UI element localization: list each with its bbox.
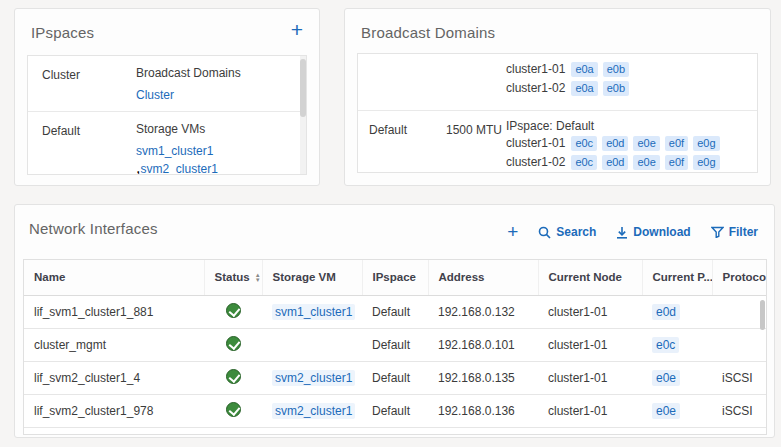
- port-badge[interactable]: e0g: [693, 155, 719, 170]
- table-row[interactable]: lif_svm1_cluster1_881 svm1_cluster1 Defa…: [24, 295, 767, 328]
- port-badge[interactable]: e0a: [571, 62, 597, 77]
- cell-status: [204, 295, 262, 328]
- broadcast-domains-list: cluster1-01e0ae0b cluster1-02e0ae0b Defa…: [357, 53, 758, 173]
- cell-address: 192.168.0.136: [428, 394, 538, 427]
- network-interfaces-title: Network Interfaces: [29, 220, 158, 237]
- cell-name: lif_svm2_cluster1_978: [24, 394, 204, 427]
- col-header-address: Address: [428, 260, 538, 295]
- broadcast-domain-row[interactable]: cluster1-01e0ae0b cluster1-02e0ae0b: [358, 54, 757, 110]
- ipspace-field-label: Storage VMs: [136, 122, 292, 136]
- storage-vm-link[interactable]: svm2_cluster1: [272, 370, 355, 386]
- port-badge[interactable]: e0f: [665, 136, 688, 151]
- search-label: Search: [556, 225, 596, 239]
- search-button[interactable]: Search: [538, 225, 596, 239]
- cell-protocols: [712, 295, 767, 328]
- cell-current-node: cluster1-01: [538, 361, 642, 394]
- port-badge[interactable]: e0d: [602, 136, 628, 151]
- node-label: cluster1-01: [506, 136, 565, 150]
- cell-current-node: cluster1-01: [538, 394, 642, 427]
- cell-status: [204, 361, 262, 394]
- port-badge[interactable]: e0c: [571, 136, 597, 151]
- table-header-row: Name Status▲▼ Storage VM IPspace Address…: [24, 260, 767, 295]
- cell-status: [204, 394, 262, 427]
- cell-ipspace: Default: [362, 295, 428, 328]
- port-link[interactable]: e0c: [652, 337, 679, 353]
- cell-storage-vm: [262, 328, 362, 361]
- broadcast-domain-link[interactable]: Cluster: [136, 88, 174, 102]
- cell-ipspace: Default: [362, 328, 428, 361]
- col-header-current-node: Current Node: [538, 260, 642, 295]
- bd-ipspace-label: IPspace: Default: [506, 119, 757, 133]
- cell-protocols: [712, 328, 767, 361]
- cell-current-node: cluster1-01: [538, 295, 642, 328]
- cell-storage-vm: svm1_cluster1: [262, 295, 362, 328]
- port-badge[interactable]: e0c: [571, 155, 597, 170]
- cell-address: 192.168.0.132: [428, 295, 538, 328]
- col-header-status[interactable]: Status▲▼: [204, 260, 262, 295]
- ipspaces-title: IPspaces: [31, 24, 94, 41]
- port-badge[interactable]: e0e: [633, 136, 659, 151]
- sort-icon[interactable]: ▲▼: [255, 273, 261, 283]
- cell-protocols: iSCSI: [712, 361, 767, 394]
- ipspaces-list: Cluster Broadcast Domains Cluster Defaul…: [27, 55, 307, 175]
- port-badge[interactable]: e0f: [665, 155, 688, 170]
- port-link[interactable]: e0e: [652, 370, 680, 386]
- port-badge[interactable]: e0b: [603, 62, 629, 77]
- ipspace-row-cluster[interactable]: Cluster Broadcast Domains Cluster: [28, 56, 306, 111]
- storage-vm-link[interactable]: svm2_cluster1: [140, 162, 217, 175]
- cell-name: cluster_mgmt: [24, 328, 204, 361]
- add-interface-button[interactable]: +: [507, 223, 518, 241]
- broadcast-domains-title: Broadcast Domains: [361, 24, 495, 41]
- port-badge[interactable]: e0a: [571, 81, 597, 96]
- ipspaces-scrollbar[interactable]: [300, 56, 306, 174]
- search-icon: [538, 226, 551, 239]
- node-label: cluster1-02: [506, 81, 565, 95]
- cell-current-port: e0c: [642, 328, 712, 361]
- bd-mtu: 1500 MTU: [446, 123, 502, 137]
- port-link[interactable]: e0e: [652, 403, 680, 419]
- cell-current-port: e0e: [642, 361, 712, 394]
- port-badge[interactable]: e0g: [693, 136, 719, 151]
- col-header-name: Name: [24, 260, 204, 295]
- table-row[interactable]: lif_svm2_cluster1_4 svm2_cluster1 Defaul…: [24, 361, 767, 394]
- node-label: cluster1-01: [506, 62, 565, 76]
- scrollbar-thumb[interactable]: [300, 59, 306, 117]
- port-badge[interactable]: e0d: [602, 155, 628, 170]
- download-icon: [616, 226, 628, 239]
- cell-storage-vm: svm2_cluster1: [262, 361, 362, 394]
- node-label: cluster1-02: [506, 155, 565, 169]
- col-header-current-port: Current P...: [642, 260, 712, 295]
- network-interfaces-table: Name Status▲▼ Storage VM IPspace Address…: [23, 259, 767, 435]
- storage-vm-link[interactable]: svm1_cluster1: [136, 144, 213, 158]
- ipspace-name: Default: [42, 124, 80, 138]
- broadcast-domain-row[interactable]: Default 1500 MTU IPspace: Default cluste…: [358, 110, 757, 173]
- cell-ipspace: Default: [362, 361, 428, 394]
- status-ok-icon: [226, 369, 241, 384]
- status-ok-icon: [226, 303, 241, 318]
- cell-protocols: iSCSI: [712, 394, 767, 427]
- broadcast-domains-panel: Broadcast Domains cluster1-01e0ae0b clus…: [344, 8, 771, 186]
- cell-address: 192.168.0.135: [428, 361, 538, 394]
- table-row[interactable]: lif_svm2_cluster1_978 svm2_cluster1 Defa…: [24, 394, 767, 427]
- ipspaces-panel: IPspaces + Cluster Broadcast Domains Clu…: [14, 8, 320, 186]
- cell-ipspace: Default: [362, 394, 428, 427]
- table-row[interactable]: cluster_mgmt Default 192.168.0.101 clust…: [24, 328, 767, 361]
- cell-current-port: e0d: [642, 295, 712, 328]
- download-label: Download: [633, 225, 690, 239]
- ipspace-row-default[interactable]: Default Storage VMs svm1_cluster1 ,svm2_…: [28, 111, 306, 175]
- table-scrollbar-thumb[interactable]: [760, 300, 765, 330]
- status-ok-icon: [226, 336, 241, 351]
- cell-name: lif_svm2_cluster1_4: [24, 361, 204, 394]
- storage-vm-link[interactable]: svm2_cluster1: [272, 403, 355, 419]
- cell-name: lif_svm1_cluster1_881: [24, 295, 204, 328]
- cell-current-node: cluster1-01: [538, 328, 642, 361]
- port-badge[interactable]: e0e: [633, 155, 659, 170]
- port-link[interactable]: e0d: [652, 304, 680, 320]
- bd-name: Default: [369, 123, 407, 137]
- port-badge[interactable]: e0b: [603, 81, 629, 96]
- storage-vm-link[interactable]: svm1_cluster1: [272, 304, 355, 320]
- filter-button[interactable]: Filter: [711, 225, 758, 239]
- add-ipspace-button[interactable]: +: [291, 19, 303, 41]
- cell-status: [204, 328, 262, 361]
- download-button[interactable]: Download: [616, 225, 690, 239]
